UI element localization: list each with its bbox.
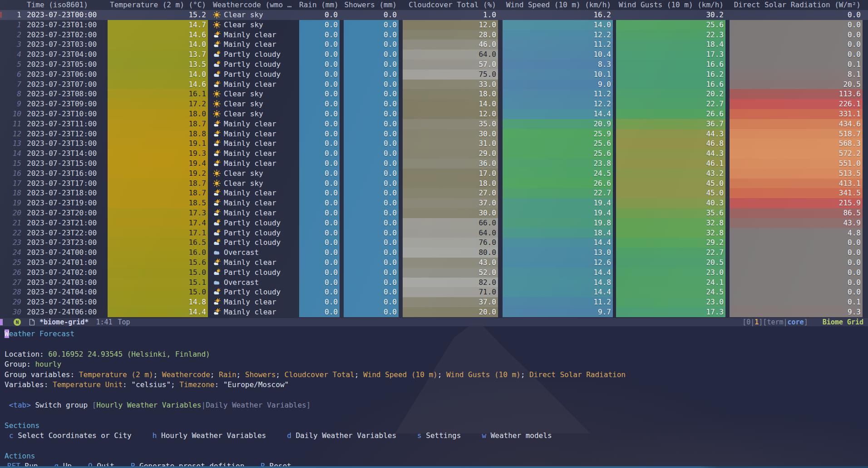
cell-showers: 0.0 bbox=[344, 99, 399, 109]
grid-row[interactable]: 162023-07-23T16:0019.2Clear sky0.00.017.… bbox=[0, 169, 868, 179]
cell-temperature: 14.4 bbox=[108, 307, 208, 317]
cell-weather: Mainly clear bbox=[212, 208, 296, 218]
grid-row[interactable]: 72023-07-23T07:0014.6Mainly clear0.00.03… bbox=[0, 80, 868, 90]
grid-row[interactable]: 92023-07-23T09:0017.2Clear sky0.00.014.0… bbox=[0, 99, 868, 109]
cell-temperature: 16.5 bbox=[108, 238, 208, 248]
cell-weather: Overcast bbox=[212, 248, 296, 258]
cell-solar: 413.1 bbox=[730, 179, 863, 189]
cell-solar: 331.1 bbox=[730, 109, 863, 119]
group-variables-label: Group variables: bbox=[5, 370, 79, 379]
grid-row[interactable]: 192023-07-23T19:0018.5Mainly clear0.00.0… bbox=[0, 198, 868, 208]
partly-cloudy-icon bbox=[213, 60, 221, 70]
weather-description: Mainly clear bbox=[224, 139, 276, 148]
cell-weather: Partly cloudy bbox=[212, 238, 296, 248]
cell-windspeed: 20.9 bbox=[503, 119, 613, 129]
inactive-group-option[interactable]: Daily Weather Variables bbox=[206, 401, 306, 409]
cell-windspeed: 18.4 bbox=[503, 228, 613, 238]
grid-row[interactable]: 202023-07-23T20:0017.3Mainly clear0.00.0… bbox=[0, 208, 868, 218]
cell-windspeed: 12.6 bbox=[503, 258, 613, 268]
partly-cloudy-icon bbox=[213, 50, 221, 60]
col-header-weather: Weathercode (wmo … bbox=[212, 0, 296, 10]
grid-row[interactable]: 172023-07-23T17:0018.7Clear sky0.00.018.… bbox=[0, 179, 868, 189]
grid-row[interactable]: 302023-07-24T06:0014.4Mainly clear0.00.0… bbox=[0, 307, 868, 317]
grid-row[interactable]: 122023-07-23T12:0018.8Mainly clear0.00.0… bbox=[0, 129, 868, 139]
cell-showers: 0.0 bbox=[344, 218, 399, 228]
grid-row[interactable]: 152023-07-23T15:0019.4Mainly clear0.00.0… bbox=[0, 159, 868, 169]
grid-row[interactable]: 112023-07-23T11:0018.7Mainly clear0.00.0… bbox=[0, 119, 868, 129]
variable-name: Temperature Unit bbox=[53, 380, 123, 389]
cell-windgusts: 16.6 bbox=[616, 60, 725, 70]
line-number: 9 bbox=[0, 99, 24, 109]
cell-windgusts: 16.2 bbox=[616, 70, 725, 80]
grid-row[interactable]: 252023-07-24T01:0015.6Mainly clear0.00.0… bbox=[0, 258, 868, 268]
section-item-c[interactable]: c Select Coordinates or City bbox=[9, 431, 132, 441]
menu-item-label: Select Coordinates or City bbox=[14, 431, 132, 440]
mode-tag: term bbox=[767, 318, 783, 326]
grid-row[interactable]: 212023-07-23T21:0017.4Partly cloudy0.00.… bbox=[0, 218, 868, 228]
cell-showers: 0.0 bbox=[344, 60, 399, 70]
cell-showers: 0.0 bbox=[344, 109, 399, 119]
grid-row[interactable]: 232023-07-23T23:0016.5Partly cloudy0.00.… bbox=[0, 238, 868, 248]
grid-row[interactable]: 262023-07-24T02:0015.0Partly cloudy0.00.… bbox=[0, 268, 868, 278]
cell-weather: Mainly clear bbox=[212, 119, 296, 129]
line-number: 1 bbox=[0, 10, 24, 20]
grid-row[interactable]: 12023-07-23T00:0015.2Clear sky0.00.01.01… bbox=[0, 10, 868, 20]
section-item-s[interactable]: s Settings bbox=[417, 431, 461, 441]
grid-row[interactable]: 32023-07-23T03:0014.0Mainly clear0.00.04… bbox=[0, 40, 868, 50]
grid-row[interactable]: 142023-07-23T14:0019.3Mainly clear0.00.0… bbox=[0, 149, 868, 159]
grid-row[interactable]: 242023-07-24T00:0016.0Overcast0.00.080.0… bbox=[0, 248, 868, 258]
cell-showers: 0.0 bbox=[344, 179, 399, 189]
cell-cloudcover: 64.0 bbox=[403, 228, 498, 238]
grid-row[interactable]: 12023-07-23T01:0014.7Clear sky0.00.012.0… bbox=[0, 20, 868, 30]
buffer-name[interactable]: *biome-grid* bbox=[39, 318, 89, 326]
section-item-d[interactable]: d Daily Weather Variables bbox=[287, 431, 396, 441]
weather-description: Mainly clear bbox=[224, 159, 276, 168]
cell-windspeed: 9.7 bbox=[503, 307, 613, 317]
grid-row[interactable]: 272023-07-24T03:0015.1Overcast0.00.082.0… bbox=[0, 278, 868, 288]
partly-cloudy-icon bbox=[213, 219, 221, 228]
cell-cloudcover: 12.0 bbox=[403, 20, 498, 30]
weather-description: Clear sky bbox=[224, 100, 263, 108]
grid-row[interactable]: 62023-07-23T06:0014.0Partly cloudy0.00.0… bbox=[0, 70, 868, 80]
grid-row[interactable]: 22023-07-23T02:0014.6Mainly clear0.00.02… bbox=[0, 30, 868, 40]
cell-showers: 0.0 bbox=[344, 307, 399, 317]
line-number: 19 bbox=[0, 198, 24, 208]
sections-menu: c Select Coordinates or Cityh Hourly Wea… bbox=[5, 431, 868, 441]
cell-solar: 0.0 bbox=[730, 258, 863, 268]
cell-windgusts: 25.6 bbox=[616, 20, 725, 30]
cell-time: 2023-07-23T08:00 bbox=[26, 89, 100, 99]
active-group-option[interactable]: Hourly Weather Variables bbox=[96, 401, 201, 409]
mainly-clear-icon bbox=[213, 149, 221, 159]
separator: ; bbox=[355, 370, 363, 379]
cell-rain: 0.0 bbox=[299, 169, 340, 179]
key-hint: w bbox=[482, 431, 486, 440]
cell-weather: Mainly clear bbox=[212, 159, 296, 169]
mainly-clear-icon bbox=[213, 159, 221, 169]
group-variable: Direct Solar Radiation bbox=[529, 370, 626, 379]
cell-time: 2023-07-24T00:00 bbox=[26, 248, 100, 258]
grid-row[interactable]: 42023-07-23T04:0013.7Partly cloudy0.00.0… bbox=[0, 50, 868, 60]
cell-temperature: 15.1 bbox=[108, 278, 208, 288]
cell-temperature: 17.3 bbox=[108, 208, 208, 218]
cell-windspeed: 14.4 bbox=[503, 287, 613, 297]
grid-row[interactable]: 182023-07-23T18:0018.7Mainly clear0.00.0… bbox=[0, 188, 868, 198]
cell-time: 2023-07-23T09:00 bbox=[26, 99, 100, 109]
grid-row[interactable]: 52023-07-23T05:0013.5Partly cloudy0.00.0… bbox=[0, 60, 868, 70]
separator: ; bbox=[171, 380, 179, 389]
mode-tag: core bbox=[788, 318, 804, 326]
weather-description: Clear sky bbox=[224, 169, 263, 178]
grid-row[interactable]: 282023-07-24T04:0015.0Partly cloudy0.00.… bbox=[0, 287, 868, 297]
cell-rain: 0.0 bbox=[299, 20, 340, 30]
group-variable: Rain bbox=[219, 370, 237, 379]
grid-row[interactable]: 132023-07-23T13:0019.1Mainly clear0.00.0… bbox=[0, 139, 868, 149]
col-header-rain: Rain (mm) bbox=[299, 0, 340, 10]
grid-row[interactable]: 82023-07-23T08:0016.1Clear sky0.00.018.0… bbox=[0, 89, 868, 99]
grid-row[interactable]: 292023-07-24T05:0014.8Mainly clear0.00.0… bbox=[0, 297, 868, 307]
section-item-h[interactable]: h Hourly Weather Variables bbox=[153, 431, 266, 441]
cell-weather: Partly cloudy bbox=[212, 50, 296, 60]
grid-row[interactable]: 222023-07-23T22:0017.1Partly cloudy0.00.… bbox=[0, 228, 868, 238]
tab-key[interactable]: <tab> bbox=[9, 401, 31, 409]
cell-temperature: 14.6 bbox=[108, 30, 208, 40]
section-item-w[interactable]: w Weather models bbox=[482, 431, 552, 441]
grid-row[interactable]: 102023-07-23T10:0018.0Clear sky0.00.012.… bbox=[0, 109, 868, 119]
